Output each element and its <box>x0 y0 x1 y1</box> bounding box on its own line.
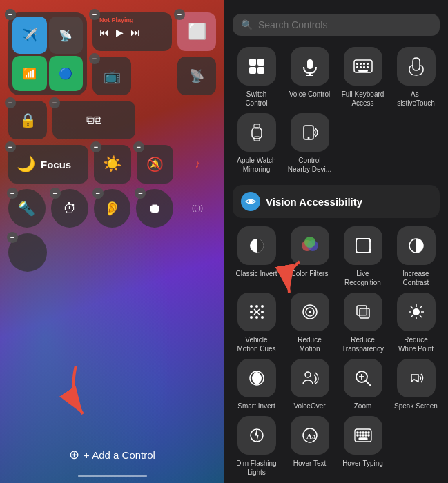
minus-badge-hearing[interactable]: − <box>92 188 104 199</box>
increase-contrast-icon[interactable] <box>397 226 436 265</box>
play-icon[interactable]: ▶ <box>116 27 124 38</box>
mirror-btn[interactable]: − ⧉⧉ <box>52 101 135 139</box>
minus-badge-mirror[interactable]: − <box>49 97 60 108</box>
add-control-button[interactable]: ⊕ + Add a Control <box>69 447 155 462</box>
minus-badge-cellular[interactable]: − <box>5 97 16 108</box>
svg-rect-17 <box>358 70 368 72</box>
svg-rect-13 <box>356 66 358 68</box>
svg-rect-78 <box>365 432 367 433</box>
live-recognition-item[interactable]: LiveRecognition <box>339 226 387 287</box>
svg-line-63 <box>420 306 422 308</box>
vehicle-motion-item[interactable]: VehicleMotion Cues <box>233 293 280 353</box>
moon-icon: 🌙 <box>17 155 35 173</box>
minus-badge-empty[interactable]: − <box>7 232 18 243</box>
now-playing-widget: − Not Playing ⏮ ▶ ⏭ <box>92 12 172 51</box>
brightness-btn[interactable]: − ☀️ <box>94 145 131 184</box>
hearing-btn[interactable]: − 👂 <box>94 189 131 228</box>
switch-control-icon[interactable] <box>237 47 276 86</box>
smart-invert-item[interactable]: Smart Invert <box>233 359 280 411</box>
svg-rect-84 <box>368 435 369 436</box>
assistive-touch-item[interactable]: As-sistiveTouch <box>392 47 440 108</box>
rewind-icon[interactable]: ⏮ <box>99 27 109 38</box>
svg-line-61 <box>411 306 413 308</box>
svg-rect-77 <box>362 432 364 433</box>
svg-rect-4 <box>257 67 264 74</box>
airplay-btn[interactable]: − 📺 <box>92 57 131 95</box>
bluetooth-btn[interactable]: 🔵 <box>49 56 84 91</box>
voice-control-item[interactable]: Voice Control <box>286 47 333 108</box>
voiceover-icon[interactable] <box>291 359 329 397</box>
vehicle-motion-label: VehicleMotion Cues <box>237 335 275 353</box>
minus-badge-timer[interactable]: − <box>50 188 61 199</box>
mute-btn[interactable]: − 🔕 <box>137 145 174 184</box>
dim-flashing-label: Dim FlashingLights <box>236 459 276 477</box>
dim-flashing-item[interactable]: Dim FlashingLights <box>233 416 280 477</box>
minus-badge-record[interactable]: − <box>174 9 185 20</box>
focus-label: Focus <box>41 159 71 170</box>
focus-btn[interactable]: − 🌙 Focus <box>8 145 88 184</box>
minus-badge-record2[interactable]: − <box>135 188 146 199</box>
svg-rect-3 <box>249 67 256 74</box>
hover-typing-item[interactable]: Hover Typing <box>339 416 387 477</box>
voiceover-item[interactable]: VoiceOver <box>286 359 333 411</box>
svg-rect-29 <box>356 239 370 253</box>
svg-rect-1 <box>249 59 256 66</box>
minus-badge-airplay2[interactable]: − <box>5 9 16 20</box>
zoom-icon[interactable] <box>344 359 382 397</box>
full-keyboard-access-icon[interactable] <box>344 47 382 86</box>
airplay2-btn[interactable]: − 📡 <box>177 57 216 95</box>
wifi-btn[interactable]: 📡 <box>49 17 84 54</box>
record-btn[interactable]: − ⏺ <box>136 189 173 228</box>
search-controls-input[interactable] <box>258 19 431 30</box>
speak-screen-item[interactable]: Speak Screen <box>392 359 440 411</box>
search-controls-bar[interactable]: 🔍 <box>233 14 440 36</box>
svg-rect-5 <box>307 59 313 69</box>
live-recognition-label: LiveRecognition <box>344 269 381 287</box>
svg-rect-79 <box>368 432 369 433</box>
minus-badge-airplay[interactable]: − <box>89 53 100 64</box>
minus-badge-brightness[interactable]: − <box>90 141 101 152</box>
zoom-label: Zoom <box>354 402 372 411</box>
svg-rect-12 <box>367 63 369 65</box>
hover-text-item[interactable]: Aa Hover Text <box>286 416 333 477</box>
timer-btn[interactable]: − ⏱ <box>51 189 88 228</box>
torch-btn[interactable]: − 🔦 <box>8 189 46 228</box>
minus-badge-mute[interactable]: − <box>133 141 144 152</box>
live-recognition-icon[interactable] <box>344 226 382 265</box>
control-nearby-icon[interactable] <box>291 113 329 152</box>
apple-watch-mirroring-item[interactable]: Apple WatchMirroring <box>233 113 280 174</box>
speak-screen-icon[interactable] <box>397 359 436 397</box>
svg-point-44 <box>261 310 264 313</box>
dim-flashing-icon[interactable] <box>237 416 276 455</box>
voice-control-icon[interactable] <box>291 47 329 86</box>
full-keyboard-access-item[interactable]: Full KeyboardAccess <box>339 47 387 108</box>
full-keyboard-access-label: Full KeyboardAccess <box>342 90 384 108</box>
reduce-white-point-label: ReduceWhite Point <box>398 335 434 353</box>
forward-icon[interactable]: ⏭ <box>130 27 140 38</box>
svg-rect-14 <box>360 66 362 68</box>
apple-watch-mirroring-icon[interactable] <box>237 113 276 152</box>
screen-record-btn[interactable]: − ⬜ <box>177 12 216 51</box>
svg-point-42 <box>250 310 253 313</box>
wifi-signal-btn[interactable]: 📶 <box>12 56 47 91</box>
zoom-item[interactable]: Zoom <box>339 359 387 411</box>
reduce-transparency-icon[interactable] <box>344 293 382 331</box>
reduce-white-point-icon[interactable] <box>397 293 436 331</box>
reduce-transparency-item[interactable]: ReduceTransparency <box>339 293 387 353</box>
cellular-btn[interactable]: − 🔒 <box>8 101 47 139</box>
airplane-btn[interactable]: ✈️ <box>12 17 47 54</box>
control-nearby-item[interactable]: ControlNearby Devi... <box>286 113 333 174</box>
hover-typing-icon[interactable] <box>344 416 382 455</box>
reduce-motion-item[interactable]: ReduceMotion <box>286 293 333 353</box>
assistive-touch-icon[interactable] <box>397 47 436 86</box>
minus-badge-nowplaying[interactable]: − <box>89 9 100 20</box>
increase-contrast-item[interactable]: IncreaseContrast <box>392 226 440 287</box>
minus-badge-torch[interactable]: − <box>7 188 18 199</box>
speak-screen-label: Speak Screen <box>394 402 438 411</box>
minus-badge-focus[interactable]: − <box>5 141 16 152</box>
reduce-white-point-item[interactable]: ReduceWhite Point <box>392 293 440 353</box>
smart-invert-icon[interactable] <box>237 359 276 397</box>
switch-control-item[interactable]: SwitchControl <box>233 47 280 108</box>
hover-text-icon[interactable]: Aa <box>291 416 329 455</box>
svg-point-47 <box>261 316 264 319</box>
